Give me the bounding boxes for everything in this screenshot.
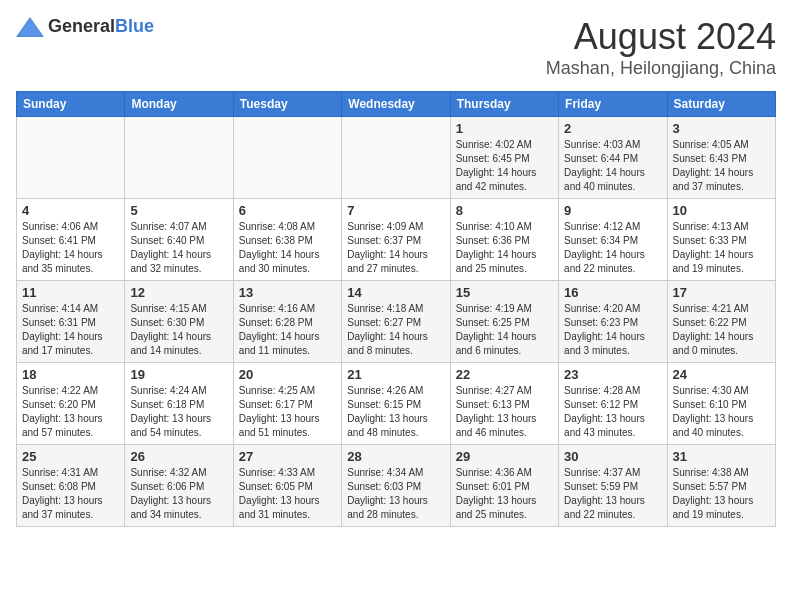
day-info: Sunrise: 4:20 AMSunset: 6:23 PMDaylight:… <box>564 302 661 358</box>
calendar-cell: 4Sunrise: 4:06 AMSunset: 6:41 PMDaylight… <box>17 199 125 281</box>
calendar-cell: 28Sunrise: 4:34 AMSunset: 6:03 PMDayligh… <box>342 445 450 527</box>
calendar-cell: 3Sunrise: 4:05 AMSunset: 6:43 PMDaylight… <box>667 117 775 199</box>
calendar-cell: 5Sunrise: 4:07 AMSunset: 6:40 PMDaylight… <box>125 199 233 281</box>
day-info: Sunrise: 4:26 AMSunset: 6:15 PMDaylight:… <box>347 384 444 440</box>
day-info: Sunrise: 4:06 AMSunset: 6:41 PMDaylight:… <box>22 220 119 276</box>
weekday-row: SundayMondayTuesdayWednesdayThursdayFrid… <box>17 92 776 117</box>
day-number: 21 <box>347 367 444 382</box>
day-number: 15 <box>456 285 553 300</box>
day-number: 25 <box>22 449 119 464</box>
logo-blue: Blue <box>115 16 154 36</box>
weekday-header-wednesday: Wednesday <box>342 92 450 117</box>
calendar-cell: 21Sunrise: 4:26 AMSunset: 6:15 PMDayligh… <box>342 363 450 445</box>
day-number: 3 <box>673 121 770 136</box>
week-row-2: 4Sunrise: 4:06 AMSunset: 6:41 PMDaylight… <box>17 199 776 281</box>
day-info: Sunrise: 4:33 AMSunset: 6:05 PMDaylight:… <box>239 466 336 522</box>
calendar-cell: 1Sunrise: 4:02 AMSunset: 6:45 PMDaylight… <box>450 117 558 199</box>
calendar-cell: 9Sunrise: 4:12 AMSunset: 6:34 PMDaylight… <box>559 199 667 281</box>
day-info: Sunrise: 4:21 AMSunset: 6:22 PMDaylight:… <box>673 302 770 358</box>
day-info: Sunrise: 4:09 AMSunset: 6:37 PMDaylight:… <box>347 220 444 276</box>
calendar-cell: 2Sunrise: 4:03 AMSunset: 6:44 PMDaylight… <box>559 117 667 199</box>
calendar-cell: 18Sunrise: 4:22 AMSunset: 6:20 PMDayligh… <box>17 363 125 445</box>
calendar-cell: 8Sunrise: 4:10 AMSunset: 6:36 PMDaylight… <box>450 199 558 281</box>
day-number: 12 <box>130 285 227 300</box>
day-info: Sunrise: 4:22 AMSunset: 6:20 PMDaylight:… <box>22 384 119 440</box>
day-number: 26 <box>130 449 227 464</box>
calendar-cell: 14Sunrise: 4:18 AMSunset: 6:27 PMDayligh… <box>342 281 450 363</box>
day-number: 13 <box>239 285 336 300</box>
day-info: Sunrise: 4:37 AMSunset: 5:59 PMDaylight:… <box>564 466 661 522</box>
day-info: Sunrise: 4:10 AMSunset: 6:36 PMDaylight:… <box>456 220 553 276</box>
day-info: Sunrise: 4:34 AMSunset: 6:03 PMDaylight:… <box>347 466 444 522</box>
day-number: 23 <box>564 367 661 382</box>
calendar-cell: 25Sunrise: 4:31 AMSunset: 6:08 PMDayligh… <box>17 445 125 527</box>
day-number: 4 <box>22 203 119 218</box>
day-number: 17 <box>673 285 770 300</box>
calendar-cell: 27Sunrise: 4:33 AMSunset: 6:05 PMDayligh… <box>233 445 341 527</box>
calendar-cell: 30Sunrise: 4:37 AMSunset: 5:59 PMDayligh… <box>559 445 667 527</box>
day-info: Sunrise: 4:28 AMSunset: 6:12 PMDaylight:… <box>564 384 661 440</box>
day-number: 5 <box>130 203 227 218</box>
calendar-cell: 20Sunrise: 4:25 AMSunset: 6:17 PMDayligh… <box>233 363 341 445</box>
day-info: Sunrise: 4:27 AMSunset: 6:13 PMDaylight:… <box>456 384 553 440</box>
day-info: Sunrise: 4:38 AMSunset: 5:57 PMDaylight:… <box>673 466 770 522</box>
calendar-header: SundayMondayTuesdayWednesdayThursdayFrid… <box>17 92 776 117</box>
day-info: Sunrise: 4:08 AMSunset: 6:38 PMDaylight:… <box>239 220 336 276</box>
calendar-cell: 16Sunrise: 4:20 AMSunset: 6:23 PMDayligh… <box>559 281 667 363</box>
day-number: 19 <box>130 367 227 382</box>
weekday-header-friday: Friday <box>559 92 667 117</box>
day-info: Sunrise: 4:02 AMSunset: 6:45 PMDaylight:… <box>456 138 553 194</box>
month-year: August 2024 <box>546 16 776 58</box>
calendar-cell <box>342 117 450 199</box>
calendar-cell: 7Sunrise: 4:09 AMSunset: 6:37 PMDaylight… <box>342 199 450 281</box>
day-number: 7 <box>347 203 444 218</box>
day-number: 10 <box>673 203 770 218</box>
calendar-cell: 26Sunrise: 4:32 AMSunset: 6:06 PMDayligh… <box>125 445 233 527</box>
day-number: 28 <box>347 449 444 464</box>
weekday-header-monday: Monday <box>125 92 233 117</box>
calendar-cell: 12Sunrise: 4:15 AMSunset: 6:30 PMDayligh… <box>125 281 233 363</box>
week-row-4: 18Sunrise: 4:22 AMSunset: 6:20 PMDayligh… <box>17 363 776 445</box>
day-number: 31 <box>673 449 770 464</box>
day-number: 27 <box>239 449 336 464</box>
day-info: Sunrise: 4:19 AMSunset: 6:25 PMDaylight:… <box>456 302 553 358</box>
day-info: Sunrise: 4:31 AMSunset: 6:08 PMDaylight:… <box>22 466 119 522</box>
weekday-header-thursday: Thursday <box>450 92 558 117</box>
day-number: 6 <box>239 203 336 218</box>
day-number: 11 <box>22 285 119 300</box>
day-info: Sunrise: 4:25 AMSunset: 6:17 PMDaylight:… <box>239 384 336 440</box>
day-number: 20 <box>239 367 336 382</box>
header: GeneralBlue August 2024 Mashan, Heilongj… <box>16 16 776 79</box>
weekday-header-tuesday: Tuesday <box>233 92 341 117</box>
calendar-cell: 24Sunrise: 4:30 AMSunset: 6:10 PMDayligh… <box>667 363 775 445</box>
day-info: Sunrise: 4:30 AMSunset: 6:10 PMDaylight:… <box>673 384 770 440</box>
day-info: Sunrise: 4:14 AMSunset: 6:31 PMDaylight:… <box>22 302 119 358</box>
calendar-cell: 17Sunrise: 4:21 AMSunset: 6:22 PMDayligh… <box>667 281 775 363</box>
calendar-cell <box>125 117 233 199</box>
calendar-cell: 31Sunrise: 4:38 AMSunset: 5:57 PMDayligh… <box>667 445 775 527</box>
day-number: 2 <box>564 121 661 136</box>
calendar: SundayMondayTuesdayWednesdayThursdayFrid… <box>16 91 776 527</box>
calendar-cell: 6Sunrise: 4:08 AMSunset: 6:38 PMDaylight… <box>233 199 341 281</box>
logo-general: General <box>48 16 115 36</box>
day-info: Sunrise: 4:16 AMSunset: 6:28 PMDaylight:… <box>239 302 336 358</box>
calendar-cell: 29Sunrise: 4:36 AMSunset: 6:01 PMDayligh… <box>450 445 558 527</box>
day-info: Sunrise: 4:03 AMSunset: 6:44 PMDaylight:… <box>564 138 661 194</box>
day-number: 24 <box>673 367 770 382</box>
calendar-cell: 19Sunrise: 4:24 AMSunset: 6:18 PMDayligh… <box>125 363 233 445</box>
day-number: 14 <box>347 285 444 300</box>
svg-marker-1 <box>19 21 41 35</box>
day-info: Sunrise: 4:07 AMSunset: 6:40 PMDaylight:… <box>130 220 227 276</box>
week-row-3: 11Sunrise: 4:14 AMSunset: 6:31 PMDayligh… <box>17 281 776 363</box>
day-info: Sunrise: 4:13 AMSunset: 6:33 PMDaylight:… <box>673 220 770 276</box>
logo-text: GeneralBlue <box>48 16 154 37</box>
calendar-cell: 11Sunrise: 4:14 AMSunset: 6:31 PMDayligh… <box>17 281 125 363</box>
calendar-cell <box>233 117 341 199</box>
week-row-1: 1Sunrise: 4:02 AMSunset: 6:45 PMDaylight… <box>17 117 776 199</box>
day-number: 16 <box>564 285 661 300</box>
day-info: Sunrise: 4:15 AMSunset: 6:30 PMDaylight:… <box>130 302 227 358</box>
weekday-header-saturday: Saturday <box>667 92 775 117</box>
day-info: Sunrise: 4:36 AMSunset: 6:01 PMDaylight:… <box>456 466 553 522</box>
title-area: August 2024 Mashan, Heilongjiang, China <box>546 16 776 79</box>
location: Mashan, Heilongjiang, China <box>546 58 776 79</box>
